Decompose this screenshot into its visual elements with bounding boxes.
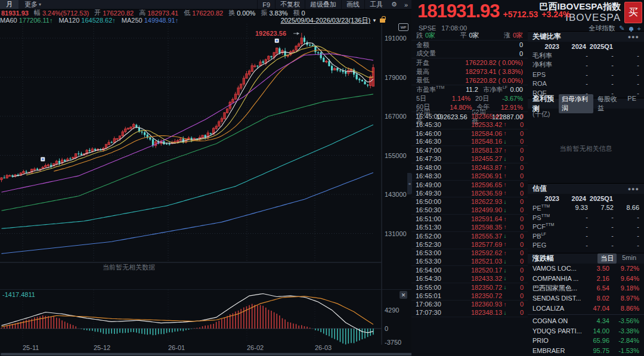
- mover-row[interactable]: SENDAS DIST...8.028.97%: [528, 293, 644, 304]
- forecast-tab-归母净利润[interactable]: 归母净利润: [559, 94, 593, 113]
- toolbar-item-2[interactable]: 超级叠加: [305, 0, 341, 9]
- table-row: PSTTM---: [528, 212, 644, 222]
- mover-row[interactable]: EMBRAER95.75-1.53%: [528, 346, 644, 356]
- snapshot-value: 0.00: [510, 86, 523, 93]
- candle-body: [75, 154, 77, 158]
- mover-row[interactable]: VAMOS LOC...3.509.72%: [528, 264, 644, 274]
- dif-line: [2, 294, 373, 333]
- toolbar-item-4[interactable]: 工具: [364, 0, 388, 9]
- toolbar-overflow-icon[interactable]: »: [401, 1, 411, 8]
- table-row: PEG---: [528, 240, 644, 250]
- tick-price: 182622.93: [471, 198, 502, 205]
- movers-tabs: 当日5min: [597, 253, 639, 264]
- cell-value: 9.33: [562, 204, 588, 211]
- tick-row: 16:53:00182592.62↑0: [411, 249, 528, 258]
- stat-price: 81931.93: [1, 10, 29, 17]
- x-axis-label: 26-03: [315, 344, 332, 351]
- mover-row[interactable]: COMPANHIA ...2.169.64%: [528, 274, 644, 284]
- arrow-up-icon: ↑: [502, 224, 508, 230]
- candle-body: [367, 85, 369, 85]
- row-label: PEG: [532, 242, 562, 249]
- price-change: +5712.53: [503, 10, 538, 19]
- row-label: PBLF: [532, 232, 562, 240]
- cell-value: -: [562, 242, 588, 249]
- tick-price: 182499.90: [471, 206, 502, 213]
- mover-row[interactable]: LOCALIZA47.048.86%: [528, 303, 644, 313]
- mover-row[interactable]: 巴西国家黑色...6.549.18%: [528, 283, 644, 293]
- toolbar-item-3[interactable]: 画线: [341, 0, 364, 9]
- toolbar-item-0[interactable]: F9: [257, 0, 275, 9]
- edit-icon[interactable]: ✎: [619, 24, 624, 32]
- y-axis-tick: 155000: [385, 152, 407, 159]
- snapshot-value: 12.91%: [501, 104, 523, 111]
- x-axis-label: 25-11: [23, 344, 39, 351]
- tick-volume: 0: [508, 138, 524, 145]
- mover-name: COGNA ON: [532, 317, 583, 324]
- snapshot-row: 最低176220.82 ( 0.00%): [411, 76, 528, 85]
- mover-row[interactable]: YDUQS PARTI...14.00-3.38%: [528, 326, 644, 336]
- tick-volume: 0: [508, 267, 524, 274]
- candle-body: [232, 100, 234, 103]
- tick-price: 182577.69: [471, 241, 502, 248]
- macd-chart[interactable]: 42900-3750: [0, 290, 411, 345]
- time-sales-list[interactable]: 16:45:00182365.41016:45:30182533.42↑016:…: [411, 112, 528, 318]
- arrow-up-icon: ↑: [502, 164, 508, 171]
- forecast-tab-PE[interactable]: PE: [624, 94, 639, 113]
- stat-value: 176220.82: [192, 10, 223, 17]
- row-label: PCFTTM: [532, 222, 562, 230]
- mover-price: 95.75: [583, 347, 609, 354]
- arrow-up-icon: ↑: [502, 250, 508, 256]
- candle-body: [221, 119, 222, 122]
- more-menu-icon[interactable]: ●●●: [628, 186, 639, 192]
- candle-body: [23, 171, 24, 173]
- candle-body: [125, 129, 126, 132]
- panel-collapse-handle[interactable]: »: [407, 173, 412, 194]
- tick-price: 182598.35: [471, 224, 502, 231]
- mover-row[interactable]: COGNA ON4.34-3.56%: [528, 314, 644, 326]
- mover-name: 巴西国家黑色...: [532, 284, 583, 293]
- gear-icon[interactable]: ⚙: [388, 1, 401, 8]
- unlock-icon[interactable]: [380, 18, 385, 23]
- stat-label: 幅: [34, 8, 41, 17]
- valuation-header: 估值 ●●●: [528, 183, 644, 194]
- ma-line-MA5: [13, 43, 373, 177]
- tick-row: 16:50:00182622.93↓0: [411, 197, 528, 206]
- candle-body: [248, 71, 250, 74]
- column-header: 2024: [559, 195, 586, 202]
- candle-body: [179, 139, 181, 140]
- candle-body: [166, 144, 168, 144]
- arrow-down-icon: ↓: [502, 284, 508, 290]
- cell-value: -: [562, 80, 588, 87]
- buy-button[interactable]: 买: [624, 2, 642, 23]
- mover-row[interactable]: PRIO65.96-2.84%: [528, 336, 644, 346]
- tick-row: 16:52:00182555.37↓0: [411, 231, 528, 240]
- candle-body: [69, 159, 71, 159]
- candle-body: [326, 61, 327, 62]
- tick-row: 16:45:30182533.42↑0: [411, 120, 528, 129]
- candle-body: [9, 175, 11, 176]
- toolbar-item-1[interactable]: 不复权: [275, 0, 305, 9]
- candle-body: [268, 56, 270, 59]
- candle-body: [345, 72, 346, 74]
- tick-time: 16:51:30: [416, 224, 447, 231]
- candlestick-chart[interactable]: 1910001790001670001550001430001310001926…: [0, 24, 411, 289]
- movers-tab-5min[interactable]: 5min: [619, 253, 639, 264]
- tick-volume: 0: [508, 318, 524, 318]
- forecast-tab-每股收益[interactable]: 每股收益: [595, 94, 623, 113]
- tab-more[interactable]: 更多▾: [18, 0, 47, 9]
- mover-price: 8.02: [583, 295, 609, 302]
- movers-tab-当日[interactable]: 当日: [597, 253, 617, 264]
- breadth-cell: 0家: [469, 31, 479, 40]
- chart-toolbar-right: F9不复权超级叠加画线工具: [257, 0, 388, 9]
- tick-volume: 0: [508, 121, 524, 128]
- close-icon[interactable]: ✕: [400, 291, 407, 299]
- add-watchlist-icon[interactable]: +: [637, 25, 641, 32]
- more-menu-icon[interactable]: ●●●: [628, 34, 639, 40]
- alert-bell-icon[interactable]: [629, 27, 633, 30]
- cell-value: -: [614, 80, 639, 87]
- tick-row: 16:51:00182591.64↑0: [411, 214, 528, 223]
- ma-line-MA20: [54, 50, 373, 171]
- tick-time: 16:45:00: [416, 113, 447, 120]
- tab-period-month[interactable]: 月: [0, 0, 18, 9]
- arrow-down-icon: ↓: [502, 258, 508, 265]
